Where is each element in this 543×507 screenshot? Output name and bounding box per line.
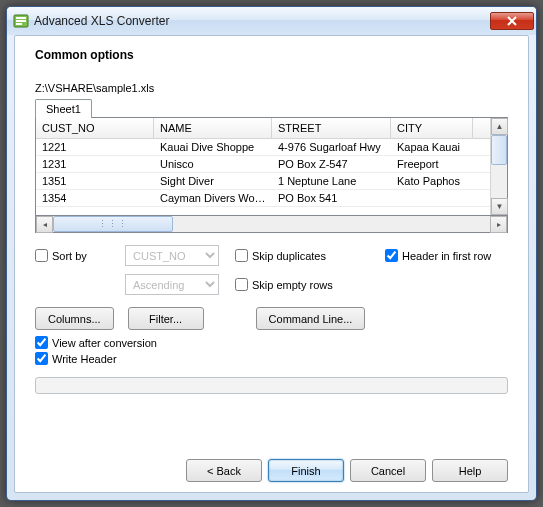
cell: 4-976 Sugarloaf Hwy [272, 139, 391, 155]
progress-bar [35, 377, 508, 394]
data-grid: CUST_NO NAME STREET CITY 1221 Kauai Dive… [35, 117, 508, 216]
label: Skip duplicates [252, 250, 326, 262]
header-first-row-checkbox[interactable]: Header in first row [385, 249, 508, 262]
options-grid: Sort by CUST_NO Skip duplicates Header i… [35, 245, 508, 295]
label: Write Header [52, 353, 117, 365]
cell: 1 Neptune Lane [272, 173, 391, 189]
cancel-button[interactable]: Cancel [350, 459, 426, 482]
cell: PO Box Z-547 [272, 156, 391, 172]
cell: 1354 [36, 190, 154, 206]
page-heading: Common options [35, 48, 514, 62]
table-row[interactable]: 1231 Unisco PO Box Z-547 Freeport [36, 156, 490, 173]
help-button[interactable]: Help [432, 459, 508, 482]
table-row[interactable]: 1354 Cayman Divers Worl... PO Box 541 [36, 190, 490, 207]
table-row[interactable]: 1221 Kauai Dive Shoppe 4-976 Sugarloaf H… [36, 139, 490, 156]
label: Sort by [52, 250, 87, 262]
scroll-left-icon[interactable]: ◂ [36, 216, 53, 233]
scroll-thumb[interactable]: ⋮⋮⋮ [53, 216, 173, 232]
checkbox[interactable] [235, 278, 248, 291]
cell: 1221 [36, 139, 154, 155]
cell: 1351 [36, 173, 154, 189]
scroll-down-icon[interactable]: ▼ [491, 198, 508, 215]
vertical-scrollbar[interactable]: ▲ ▼ [490, 118, 507, 215]
skip-duplicates-checkbox[interactable]: Skip duplicates [235, 249, 385, 262]
finish-button[interactable]: Finish [268, 459, 344, 482]
skip-empty-rows-checkbox[interactable]: Skip empty rows [235, 278, 385, 291]
titlebar: Advanced XLS Converter [7, 7, 536, 35]
sheet-tabs: Sheet1 [35, 98, 508, 117]
svg-rect-3 [16, 23, 22, 25]
app-icon [13, 13, 29, 29]
close-button[interactable] [490, 12, 534, 30]
checkbox[interactable] [35, 352, 48, 365]
cell: Unisco [154, 156, 272, 172]
cell: Kapaa Kauai [391, 139, 473, 155]
cell: Kato Paphos [391, 173, 473, 189]
cell [391, 190, 473, 206]
sort-by-checkbox[interactable]: Sort by [35, 249, 125, 262]
sort-order-select[interactable]: Ascending [125, 274, 219, 295]
sort-field-select[interactable]: CUST_NO [125, 245, 219, 266]
column-header[interactable]: STREET [272, 118, 391, 138]
back-button[interactable]: < Back [186, 459, 262, 482]
label: View after conversion [52, 337, 157, 349]
scroll-right-icon[interactable]: ▸ [490, 216, 507, 233]
write-header-checkbox[interactable]: Write Header [35, 352, 508, 365]
grid-body: 1221 Kauai Dive Shoppe 4-976 Sugarloaf H… [36, 139, 490, 215]
app-window: Advanced XLS Converter Common options Z:… [6, 6, 537, 501]
cell: PO Box 541 [272, 190, 391, 206]
sheet-tab[interactable]: Sheet1 [35, 99, 92, 118]
client-area: Common options Z:\VSHARE\sample1.xls She… [14, 35, 529, 493]
cell: Sight Diver [154, 173, 272, 189]
scroll-up-icon[interactable]: ▲ [491, 118, 508, 135]
svg-rect-2 [16, 20, 26, 22]
checkbox[interactable] [235, 249, 248, 262]
checkbox[interactable] [35, 249, 48, 262]
grid-header: CUST_NO NAME STREET CITY [36, 118, 490, 139]
label: Header in first row [402, 250, 491, 262]
command-line-button[interactable]: Command Line... [256, 307, 366, 330]
filter-button[interactable]: Filter... [128, 307, 204, 330]
cell: 1231 [36, 156, 154, 172]
label: Skip empty rows [252, 279, 333, 291]
table-row[interactable]: 1351 Sight Diver 1 Neptune Lane Kato Pap… [36, 173, 490, 190]
scroll-thumb[interactable] [491, 135, 507, 165]
checkbox[interactable] [35, 336, 48, 349]
column-header[interactable]: CUST_NO [36, 118, 154, 138]
view-after-checkbox[interactable]: View after conversion [35, 336, 508, 349]
svg-rect-1 [16, 17, 26, 19]
checkbox[interactable] [385, 249, 398, 262]
column-header[interactable]: CITY [391, 118, 473, 138]
horizontal-scrollbar[interactable]: ◂ ⋮⋮⋮ ▸ [35, 216, 508, 233]
cell: Kauai Dive Shoppe [154, 139, 272, 155]
column-header[interactable]: NAME [154, 118, 272, 138]
file-path: Z:\VSHARE\sample1.xls [35, 82, 508, 94]
cell: Freeport [391, 156, 473, 172]
window-title: Advanced XLS Converter [34, 14, 490, 28]
wizard-footer: < Back Finish Cancel Help [35, 447, 508, 482]
cell: Cayman Divers Worl... [154, 190, 272, 206]
columns-button[interactable]: Columns... [35, 307, 114, 330]
